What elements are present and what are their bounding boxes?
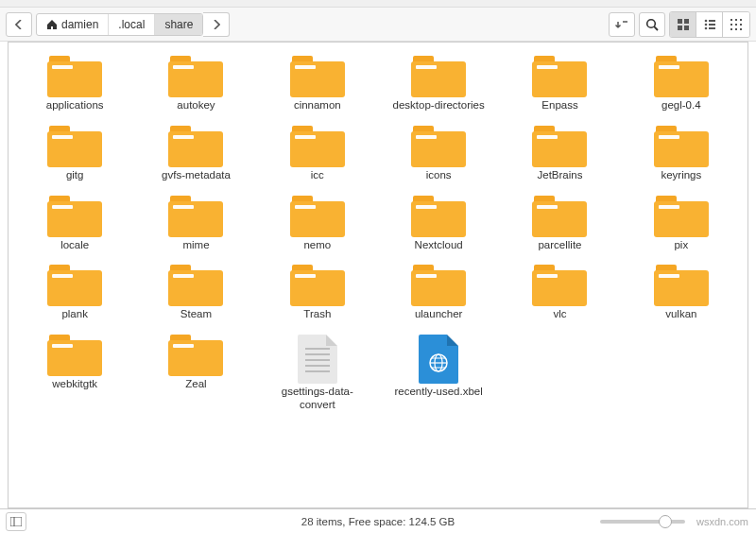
item-label: desktop-​directories — [393, 99, 485, 112]
location-toggle-button[interactable] — [609, 12, 635, 37]
item-label: autokey — [177, 99, 215, 112]
svg-point-8 — [704, 23, 707, 26]
view-switcher — [669, 11, 750, 38]
svg-line-1 — [654, 26, 658, 30]
item-label: mime — [182, 239, 209, 252]
folder-icon — [411, 265, 466, 306]
list-icon — [704, 19, 715, 30]
folder-item[interactable]: applications — [14, 52, 135, 116]
folder-item[interactable]: desktop-​directories — [378, 52, 499, 116]
file-view[interactable]: applicationsautokeycinnamondesktop-​dire… — [8, 42, 748, 508]
item-label: Nextcloud — [415, 239, 463, 252]
folder-icon — [532, 56, 587, 97]
folder-icon — [168, 126, 223, 167]
statusbar: 28 items, Free space: 124.5 GB wsxdn.com — [0, 508, 756, 533]
item-label: icc — [311, 169, 324, 182]
menubar: Go Bookmarks Help — [0, 0, 756, 8]
svg-rect-12 — [730, 19, 732, 21]
folder-item[interactable]: vulkan — [621, 261, 742, 325]
folder-item[interactable]: Nextcloud — [378, 192, 499, 256]
folder-item[interactable]: Zeal — [135, 331, 256, 416]
svg-rect-14 — [740, 19, 742, 21]
item-label: recently-​used.​xbel — [394, 386, 482, 399]
svg-rect-20 — [740, 28, 742, 30]
zoom-thumb[interactable] — [659, 515, 672, 528]
svg-rect-13 — [735, 19, 737, 21]
svg-rect-2 — [678, 19, 682, 24]
file-item[interactable]: gsettings-​data-​convert — [257, 331, 378, 416]
folder-item[interactable]: parcellite — [499, 192, 620, 256]
breadcrumb-item[interactable]: share — [155, 14, 202, 35]
folder-item[interactable]: webkitgtk — [14, 331, 135, 416]
breadcrumb: damien.localshare — [36, 13, 203, 36]
item-label: pix — [674, 239, 688, 252]
svg-rect-4 — [678, 26, 682, 30]
folder-item[interactable]: Enpass — [499, 52, 620, 116]
zoom-slider[interactable] — [600, 520, 685, 524]
folder-item[interactable]: keyrings — [621, 122, 742, 186]
item-label: webkitgtk — [52, 378, 97, 391]
item-label: vulkan — [665, 308, 696, 321]
grid-icon — [678, 19, 689, 30]
breadcrumb-item[interactable]: damien — [37, 14, 109, 35]
folder-item[interactable]: gvfs-​metadata — [135, 122, 256, 186]
folder-item[interactable]: autokey — [135, 52, 256, 116]
folder-icon — [654, 196, 709, 237]
folder-item[interactable]: locale — [14, 192, 135, 256]
forward-button[interactable] — [203, 12, 230, 37]
folder-icon — [47, 265, 102, 306]
item-label: gitg — [66, 169, 84, 182]
folder-icon — [532, 265, 587, 306]
item-label: JetBrains — [538, 169, 583, 182]
search-icon — [645, 18, 659, 31]
file-item[interactable]: recently-​used.​xbel — [378, 331, 499, 416]
folder-item[interactable]: mime — [135, 192, 256, 256]
folder-icon — [290, 265, 345, 306]
search-button[interactable] — [639, 12, 665, 37]
item-label: gegl-​0.​4 — [662, 99, 701, 112]
svg-rect-3 — [684, 19, 689, 24]
svg-rect-19 — [735, 28, 737, 30]
item-label: gsettings-​data-​convert — [266, 386, 369, 412]
item-label: parcellite — [538, 239, 581, 252]
folder-item[interactable]: plank — [14, 261, 135, 325]
folder-item[interactable]: icc — [257, 122, 378, 186]
item-label: cinnamon — [294, 99, 341, 112]
item-label: keyrings — [661, 169, 701, 182]
folder-item[interactable]: vlc — [499, 261, 620, 325]
folder-item[interactable]: ulauncher — [378, 261, 499, 325]
folder-icon — [168, 196, 223, 237]
svg-rect-5 — [684, 26, 689, 30]
text-file-icon — [298, 335, 337, 384]
folder-item[interactable]: Trash — [257, 261, 378, 325]
list-view-button[interactable] — [696, 12, 723, 37]
folder-icon — [411, 126, 466, 167]
svg-point-6 — [704, 19, 707, 22]
item-label: Enpass — [541, 99, 577, 112]
folder-item[interactable]: JetBrains — [499, 122, 620, 186]
folder-item[interactable]: gegl-​0.​4 — [621, 52, 742, 116]
back-button[interactable] — [6, 12, 32, 37]
show-sidebar-button[interactable] — [6, 512, 26, 531]
folder-item[interactable]: cinnamon — [257, 52, 378, 116]
folder-icon — [168, 265, 223, 306]
folder-item[interactable]: gitg — [14, 122, 135, 186]
breadcrumb-item[interactable]: .local — [109, 14, 155, 35]
svg-point-0 — [647, 19, 656, 27]
folder-icon — [47, 335, 102, 376]
watermark: wsxdn.com — [696, 516, 748, 527]
svg-rect-17 — [740, 24, 742, 26]
item-label: nemo — [303, 239, 331, 252]
icon-view-button[interactable] — [670, 12, 696, 37]
item-label: icons — [426, 169, 452, 182]
folder-item[interactable]: icons — [378, 122, 499, 186]
compact-view-button[interactable] — [723, 12, 749, 37]
folder-item[interactable]: nemo — [257, 192, 378, 256]
folder-item[interactable]: pix — [621, 192, 742, 256]
folder-icon — [654, 126, 709, 167]
svg-rect-7 — [709, 20, 715, 22]
folder-icon — [532, 126, 587, 167]
folder-item[interactable]: Steam — [135, 261, 256, 325]
item-label: applications — [46, 99, 104, 112]
folder-icon — [290, 196, 345, 237]
